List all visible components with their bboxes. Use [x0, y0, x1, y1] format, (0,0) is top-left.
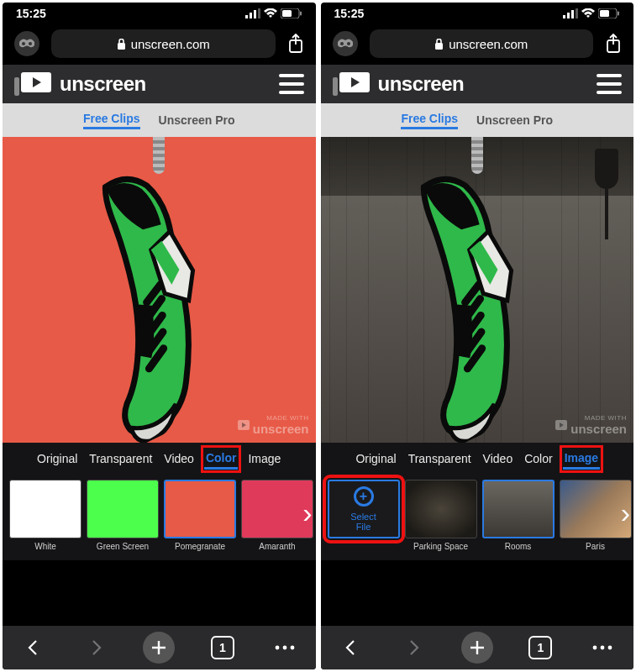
- mode-transparent[interactable]: Transparent: [87, 449, 154, 468]
- tab-unscreen-pro[interactable]: Unscreen Pro: [159, 113, 235, 127]
- app-header: unscreen: [321, 65, 634, 103]
- svg-point-22: [282, 646, 286, 650]
- swatch-white[interactable]: [9, 480, 81, 538]
- browser-chrome: unscreen.com: [321, 24, 634, 65]
- wifi-icon: [581, 8, 595, 18]
- logo[interactable]: unscreen: [333, 72, 465, 96]
- hamburger-icon[interactable]: [597, 74, 622, 94]
- mode-transparent[interactable]: Transparent: [407, 449, 473, 468]
- swatch-label: Green Screen: [97, 542, 149, 551]
- status-indicators: [245, 8, 302, 18]
- svg-rect-26: [571, 10, 574, 18]
- watermark: MADE WITHunscreen: [238, 414, 309, 436]
- private-mode-icon[interactable]: [14, 31, 39, 56]
- thumb-label: Parking Space: [413, 542, 468, 551]
- svg-rect-3: [258, 8, 260, 18]
- status-bar: 15:25: [3, 3, 316, 24]
- shoe-graphic: [21, 143, 297, 443]
- svg-rect-1: [250, 13, 252, 18]
- svg-rect-33: [435, 43, 443, 50]
- mode-color[interactable]: Color: [523, 449, 554, 468]
- preview-area: MADE WITHunscreen: [3, 137, 316, 443]
- thumb-label: Paris: [586, 542, 605, 551]
- url-bar[interactable]: unscreen.com: [370, 29, 594, 58]
- browser-chrome: unscreen.com: [3, 24, 316, 65]
- hamburger-icon[interactable]: [279, 74, 304, 94]
- swatch-label: Pomegranate: [175, 542, 225, 551]
- chevron-right-icon[interactable]: ›: [621, 496, 630, 529]
- status-time: 15:25: [16, 7, 46, 20]
- logo-icon: [14, 72, 51, 96]
- svg-point-31: [340, 42, 344, 45]
- url-text: unscreen.com: [131, 37, 210, 51]
- mode-image[interactable]: Image: [563, 449, 600, 470]
- url-bar[interactable]: unscreen.com: [51, 29, 276, 58]
- swatch-pomegranate[interactable]: [164, 480, 236, 538]
- menu-button[interactable]: [588, 633, 617, 662]
- color-swatch-row: White Green Screen Pomegranate Amaranth …: [3, 475, 316, 560]
- select-file-label: Select File: [350, 512, 376, 532]
- phone-right: 15:25 unscreen.com unscreen Free Clips U…: [321, 3, 634, 669]
- svg-rect-0: [245, 15, 248, 18]
- svg-point-32: [347, 42, 350, 45]
- tabs-button[interactable]: 1: [208, 633, 237, 662]
- cellular-icon: [245, 8, 260, 18]
- battery-icon: [598, 8, 620, 18]
- back-button[interactable]: [337, 633, 365, 662]
- private-mode-icon[interactable]: [333, 31, 358, 56]
- logo[interactable]: unscreen: [14, 72, 146, 96]
- back-button[interactable]: [19, 633, 48, 662]
- mode-original[interactable]: Original: [354, 449, 397, 468]
- watermark: MADE WITHunscreen: [555, 414, 627, 436]
- svg-point-46: [601, 646, 605, 650]
- forward-button: [81, 633, 110, 662]
- svg-rect-13: [14, 77, 19, 96]
- mode-image[interactable]: Image: [246, 449, 282, 468]
- app-header: unscreen: [3, 65, 316, 103]
- forward-button: [399, 633, 428, 662]
- svg-point-23: [290, 646, 294, 650]
- tab-free-clips[interactable]: Free Clips: [83, 112, 140, 129]
- logo-icon: [333, 72, 370, 96]
- new-tab-button[interactable]: [461, 632, 493, 664]
- watermark-icon: [238, 420, 250, 430]
- new-tab-button[interactable]: [143, 632, 175, 664]
- lock-icon: [434, 39, 444, 50]
- status-time: 15:25: [334, 7, 365, 20]
- svg-rect-5: [282, 10, 292, 17]
- logo-text: unscreen: [378, 72, 465, 96]
- svg-rect-9: [118, 43, 125, 50]
- mode-original[interactable]: Original: [35, 449, 79, 468]
- svg-rect-25: [567, 13, 570, 18]
- url-text: unscreen.com: [449, 37, 528, 51]
- svg-rect-30: [618, 12, 619, 16]
- svg-rect-29: [600, 10, 609, 17]
- tab-free-clips[interactable]: Free Clips: [401, 112, 458, 129]
- swatch-label: White: [34, 542, 56, 551]
- share-icon[interactable]: [605, 34, 622, 54]
- browser-toolbar: 1: [321, 626, 634, 669]
- mode-color[interactable]: Color: [204, 449, 239, 470]
- select-file-button[interactable]: + Select File: [328, 480, 400, 538]
- logo-text: unscreen: [60, 72, 146, 96]
- swatch-green-screen[interactable]: [87, 480, 159, 538]
- svg-point-45: [593, 646, 597, 650]
- svg-rect-6: [300, 12, 302, 16]
- menu-button[interactable]: [271, 633, 299, 662]
- swatch-label: Amaranth: [259, 542, 295, 551]
- thumb-label: Rooms: [505, 542, 532, 551]
- tab-unscreen-pro[interactable]: Unscreen Pro: [476, 113, 553, 127]
- tabs-button[interactable]: 1: [526, 633, 555, 662]
- svg-rect-24: [563, 15, 565, 18]
- mode-video[interactable]: Video: [481, 449, 515, 468]
- svg-point-47: [608, 646, 612, 650]
- svg-rect-27: [576, 8, 578, 18]
- mode-video[interactable]: Video: [162, 449, 196, 468]
- thumb-parking-space[interactable]: [405, 480, 477, 538]
- thumb-rooms[interactable]: [482, 480, 555, 538]
- share-icon[interactable]: [287, 34, 304, 54]
- chevron-right-icon[interactable]: ›: [302, 496, 312, 529]
- background-mode-tabs: Original Transparent Video Color Image: [3, 443, 316, 475]
- lock-icon: [117, 39, 126, 50]
- background-mode-tabs: Original Transparent Video Color Image: [321, 443, 634, 475]
